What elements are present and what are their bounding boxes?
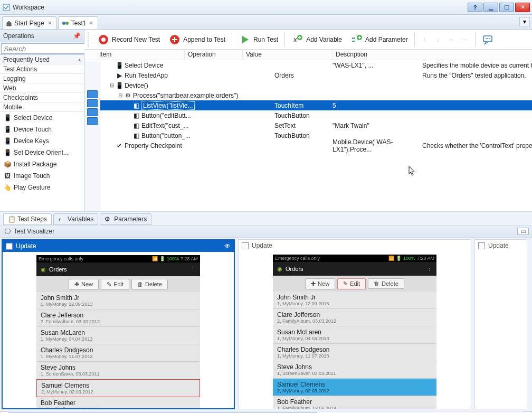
arrow-left-icon[interactable]: ← [446, 34, 457, 45]
arrow-up-icon[interactable]: ↑ [419, 34, 430, 45]
run-test-button[interactable]: Run Test [236, 32, 280, 47]
checkbox[interactable] [6, 243, 13, 250]
list-item[interactable]: Steve Johns1, ScreenSaver, 03.03.2011 [36, 362, 200, 379]
category-mobile[interactable]: Mobile [0, 102, 84, 112]
grid-row[interactable]: ⊟⚙Process("smartbear.example.orders") [100, 90, 532, 100]
visualizer-card[interactable]: Update👁Emergency calls only📶🔋100%7:28 AM… [2, 239, 235, 409]
tab-parameters[interactable]: ⚙Parameters [100, 213, 151, 225]
help-button[interactable]: ? [468, 3, 482, 12]
new-button[interactable]: ✚New [305, 278, 335, 289]
thumbnail[interactable] [87, 99, 98, 107]
arrow-down-icon[interactable]: ↓ [433, 34, 443, 45]
checkbox[interactable] [242, 242, 249, 249]
op-device-touch[interactable]: 📱Device Touch [0, 124, 84, 135]
op-image-touch[interactable]: 🖼Image Touch [0, 170, 84, 182]
category-web[interactable]: Web [0, 83, 84, 93]
list-item[interactable]: John Smith Jr1, MyMoney, 12.09.2013 [273, 292, 436, 309]
obj-icon: ◧ [132, 101, 140, 110]
list-item[interactable]: Steve Johns1, ScreenSaver, 03.03.2011 [273, 361, 436, 379]
minimize-panel-button[interactable]: ▭ [517, 228, 529, 235]
expand-toggle[interactable]: ⊟ [117, 92, 124, 98]
grid-row[interactable]: ◧EditText("cust_...SetText"Mark Twain" [100, 120, 532, 130]
op-install-package[interactable]: 📦Install Package [0, 158, 84, 170]
run-icon: ▶ [115, 71, 124, 80]
checkbox[interactable] [478, 242, 485, 249]
visualizer-card[interactable]: Update [474, 239, 527, 409]
grid-row[interactable]: ▶Run TestedAppOrdersRuns the "Orders" te… [100, 70, 532, 80]
col-operation[interactable]: Operation [185, 50, 243, 60]
list-item[interactable]: Clare Jefferson2, FamilyAlbum, 03.03.201… [273, 309, 436, 326]
list-item[interactable]: Samuel Clemens2, MyMoney, 02.03.2012 [36, 379, 200, 397]
add-variable-button[interactable]: xAdd Variable [289, 32, 344, 47]
grid-row[interactable]: ◧ListView("listVie...TouchItem5 [100, 100, 532, 110]
pin-icon[interactable]: 📌 [73, 32, 81, 40]
horizontal-scrollbar[interactable]: ◂ ▸ [0, 411, 532, 413]
delete-button[interactable]: 🗑Delete [131, 279, 168, 289]
thumbnail[interactable] [87, 117, 98, 125]
list-item[interactable]: Bob Feather1, FamilyAlbum, 12.06.2014 [36, 397, 200, 408]
orient-icon: 📱 [3, 148, 12, 157]
list-item[interactable]: Charles Dodgeson1, MyMoney, 11.07.2013 [36, 344, 200, 362]
titlebar: Workspace ? ▁ ▢ ✕ [0, 0, 532, 15]
card-header: Update👁 [3, 240, 234, 252]
list-item[interactable]: John Smith Jr1, MyMoney, 12.09.2013 [36, 292, 200, 309]
col-description[interactable]: Description▴ [332, 50, 532, 60]
close-icon[interactable]: ✕ [88, 20, 94, 26]
visualizer-card[interactable]: UpdateEmergency calls only📶🔋100%7:28 AM◉… [238, 239, 471, 409]
minimize-button[interactable]: ▁ [483, 3, 498, 12]
grid-row[interactable]: 📱Select Device"WAS-LX1", ...Specifies th… [100, 60, 532, 70]
card-header: Update [239, 240, 471, 251]
record-new-test-button[interactable]: Record New Test [95, 32, 162, 47]
add-parameter-button[interactable]: Add Parameter [348, 32, 410, 47]
tab-start-page[interactable]: Start Page ✕ [2, 16, 56, 29]
search-input[interactable] [1, 43, 96, 54]
op-select-device[interactable]: 📱Select Device [0, 112, 84, 124]
category-checkpoints[interactable]: Checkpoints [0, 93, 84, 102]
delete-button[interactable]: 🗑Delete [368, 278, 404, 289]
comment-button[interactable] [480, 32, 497, 47]
grid-row[interactable]: ⊟📱Device() [100, 80, 532, 90]
col-value[interactable]: Value [243, 50, 332, 60]
card-title: Update [252, 242, 272, 249]
new-button[interactable]: ✚New [69, 279, 99, 290]
op-set-device-orient[interactable]: 📱Set Device Orient... [0, 147, 84, 158]
record-icon [97, 33, 110, 46]
grid-row[interactable]: ◧Button("button_...TouchButton [100, 130, 532, 140]
tab-variables[interactable]: 𝑥Variables [53, 213, 98, 225]
thumbnail[interactable] [87, 90, 98, 98]
category-frequently-used[interactable]: Frequently Used▴ [0, 55, 84, 64]
tab-test1[interactable]: Test1 ✕ [58, 16, 99, 29]
menu-dots-icon[interactable]: ⋮ [190, 266, 196, 273]
close-icon[interactable]: ✕ [46, 20, 53, 26]
tab-label: Start Page [14, 20, 44, 27]
op-device-keys[interactable]: 📱Device Keys [0, 135, 84, 147]
category-logging[interactable]: Logging [0, 74, 84, 83]
op-play-gesture[interactable]: 👆Play Gesture [0, 182, 84, 193]
expand-toggle[interactable]: ⊟ [109, 82, 115, 88]
list-item[interactable]: Clare Jefferson2, FamilyAlbum, 03.03.201… [36, 309, 200, 327]
grid-row[interactable]: ◧Button("editButt...TouchButton [100, 110, 532, 120]
col-item[interactable]: Item [84, 50, 185, 60]
tab-overflow-button[interactable]: ▾ [519, 17, 530, 26]
list-item[interactable]: Samuel Clemens2, MyMoney, 02.03.2012 [273, 379, 436, 396]
list-item[interactable]: Bob Feather1, FamilyAlbum, 12.06.2014 [273, 396, 436, 409]
thumbnail[interactable] [87, 108, 98, 116]
maximize-button[interactable]: ▢ [499, 3, 514, 12]
list-item[interactable]: Susan McLaren1, MyMoney, 04.04.2013 [273, 326, 436, 344]
category-test-actions[interactable]: Test Actions [0, 64, 84, 74]
toolbar-separator [414, 33, 415, 46]
edit-button[interactable]: ✎Edit [101, 279, 129, 290]
close-button[interactable]: ✕ [515, 3, 530, 12]
item-name: Bob Feather [41, 399, 196, 407]
list-item[interactable]: Charles Dodgeson1, MyMoney, 11.07.2013 [273, 344, 436, 361]
list-item[interactable]: Susan McLaren1, MyMoney, 04.04.2013 [36, 327, 200, 344]
append-to-test-button[interactable]: Append to Test [166, 32, 227, 47]
item-sub: 2, MyMoney, 02.03.2012 [277, 388, 432, 393]
edit-button[interactable]: ✎Edit [337, 278, 366, 289]
menu-dots-icon[interactable]: ⋮ [426, 266, 432, 273]
arrow-right-icon[interactable]: → [460, 34, 471, 45]
caret-up-icon: ▴ [78, 57, 81, 62]
grid-row[interactable]: ✔Property CheckpointMobile.Device("WAS-L… [100, 140, 532, 151]
eye-icon[interactable]: 👁 [224, 242, 231, 250]
tab-test-steps[interactable]: 📋Test Steps [3, 213, 52, 225]
